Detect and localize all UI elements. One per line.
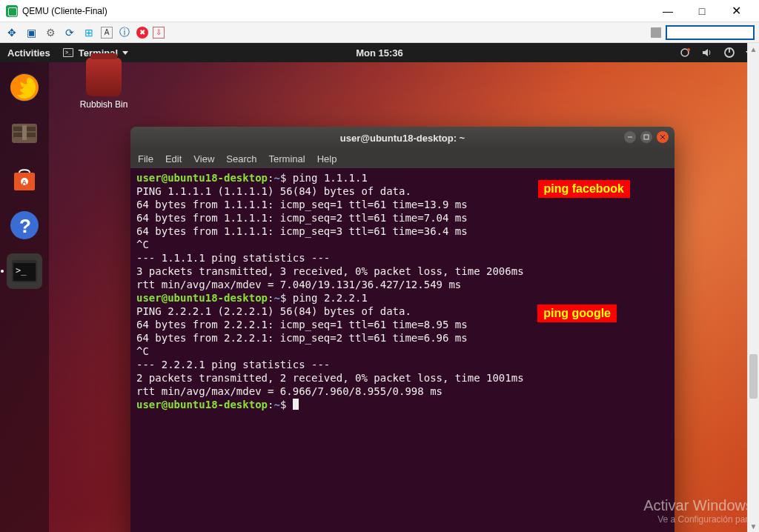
- menu-terminal[interactable]: Terminal: [269, 153, 305, 164]
- volume-icon: [701, 47, 713, 59]
- terminal-window: user@ubuntu18-desktop: ~ File Edit View …: [130, 127, 675, 532]
- host-minimize-button[interactable]: —: [651, 0, 685, 22]
- output-2: PING 2.2.2.1 (2.2.2.1) 56(84) bytes of d…: [136, 305, 524, 397]
- menu-edit[interactable]: Edit: [165, 153, 182, 164]
- system-tray[interactable]: [679, 47, 752, 59]
- menu-help[interactable]: Help: [317, 153, 337, 164]
- dock-files[interactable]: [7, 116, 42, 151]
- dock-terminal[interactable]: >_: [7, 253, 42, 289]
- terminal-close-button[interactable]: [657, 131, 669, 143]
- host-window-titlebar: QEMU (Cliente-Final) — □ ✕: [0, 0, 759, 22]
- shopping-bag-icon: A: [9, 164, 40, 195]
- host-maximize-button[interactable]: □: [685, 0, 719, 22]
- terminal-title: user@ubuntu18-desktop: ~: [340, 133, 465, 144]
- svg-point-4: [687, 48, 690, 51]
- command-1: ping 1.1.1.1: [286, 172, 368, 184]
- prompt-user: user@ubuntu18-desktop: [136, 292, 268, 304]
- svg-text:?: ?: [19, 215, 31, 237]
- prompt-path: ~: [274, 399, 279, 410]
- terminal-maximize-button[interactable]: [640, 131, 652, 143]
- scroll-up-icon[interactable]: ▲: [748, 43, 759, 55]
- windows-icon[interactable]: ⊞: [82, 25, 96, 40]
- qemu-toolbar: ✥ ▣ ⚙ ⟳ ⊞ A ⓘ ✖ ⇩: [0, 22, 759, 43]
- network-icon: [679, 47, 691, 59]
- svg-rect-11: [22, 125, 27, 140]
- menu-file[interactable]: File: [138, 153, 153, 164]
- delete-icon[interactable]: ✖: [136, 27, 148, 39]
- dock-software[interactable]: A: [7, 162, 42, 197]
- power-icon: [723, 47, 735, 59]
- refresh-icon[interactable]: ⟳: [62, 25, 77, 40]
- firefox-icon: [9, 72, 40, 103]
- prompt-user: user@ubuntu18-desktop: [136, 399, 268, 410]
- trash-icon: [86, 58, 122, 96]
- command-2: ping 2.2.2.1: [286, 292, 368, 304]
- prompt-user: user@ubuntu18-desktop: [136, 172, 268, 184]
- terminal-cursor: [293, 399, 299, 410]
- clock[interactable]: Mon 15:36: [356, 47, 403, 59]
- menu-search[interactable]: Search: [226, 153, 256, 164]
- annotation-ping-google: ping google: [537, 305, 617, 322]
- terminal-titlebar[interactable]: user@ubuntu18-desktop: ~: [130, 127, 675, 149]
- activities-button[interactable]: Activities: [7, 47, 50, 59]
- settings-icon[interactable]: ⚙: [43, 25, 58, 40]
- chevron-down-icon: [122, 51, 128, 55]
- svg-text:>_: >_: [16, 265, 27, 276]
- help-icon: ?: [9, 210, 40, 241]
- qemu-search-input[interactable]: [666, 25, 755, 40]
- annotation-ping-facebook: ping facebook: [538, 180, 630, 198]
- color-swatch: [651, 27, 661, 38]
- menu-view[interactable]: View: [193, 153, 214, 164]
- host-window-title: QEMU (Cliente-Final): [22, 6, 107, 16]
- qemu-icon: [6, 5, 18, 17]
- host-vertical-scrollbar[interactable]: ▲ ▼: [747, 43, 759, 532]
- desktop-trash[interactable]: Rubbish Bin: [71, 58, 136, 110]
- info-icon[interactable]: ⓘ: [117, 25, 132, 40]
- monitor-icon[interactable]: ▣: [24, 25, 39, 40]
- terminal-menubar: File Edit View Search Terminal Help: [130, 149, 675, 168]
- terminal-icon: >_: [9, 256, 40, 287]
- download-icon[interactable]: ⇩: [153, 27, 165, 39]
- svg-rect-21: [644, 135, 649, 139]
- files-icon: [9, 118, 40, 149]
- terminal-minimize-button[interactable]: [624, 131, 636, 143]
- watermark-line2: Ve a Configuración para: [643, 514, 753, 525]
- host-close-button[interactable]: ✕: [719, 0, 753, 22]
- dock-firefox[interactable]: [7, 70, 42, 105]
- scrollbar-thumb[interactable]: [749, 354, 758, 399]
- terminal-body[interactable]: user@ubuntu18-desktop:~$ ping 1.1.1.1 PI…: [130, 168, 675, 532]
- prompt-path: ~: [274, 292, 279, 304]
- prompt-dollar: $: [280, 399, 286, 410]
- watermark-line1: Activar Windows: [643, 497, 753, 514]
- doc-a-icon[interactable]: A: [101, 27, 113, 39]
- desktop-trash-label: Rubbish Bin: [71, 99, 136, 110]
- windows-activation-watermark: Activar Windows Ve a Configuración para: [643, 497, 753, 525]
- svg-text:A: A: [22, 179, 27, 186]
- terminal-panel-icon: >_: [62, 47, 74, 59]
- fullscreen-icon[interactable]: ✥: [4, 25, 19, 40]
- guest-desktop: Activities >_ Terminal Mon 15:36 A ? >_: [0, 43, 759, 532]
- prompt-path: ~: [274, 172, 279, 184]
- scroll-down-icon[interactable]: ▼: [748, 520, 759, 532]
- svg-text:>_: >_: [65, 50, 71, 55]
- output-1: PING 1.1.1.1 (1.1.1.1) 56(84) bytes of d…: [136, 185, 524, 290]
- dock: A ? >_: [0, 62, 49, 532]
- dock-help[interactable]: ?: [7, 207, 42, 243]
